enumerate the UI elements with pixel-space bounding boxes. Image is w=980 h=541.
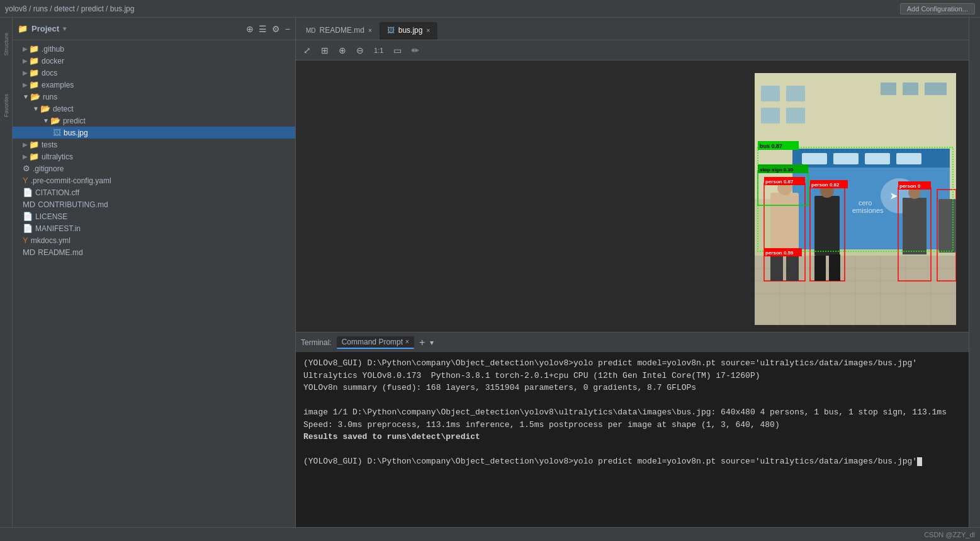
detection-image-container: ➤ cero emisiones [755,73,956,325]
svg-rect-44 [938,199,956,253]
zoom-out-button[interactable]: ⊖ [354,44,366,57]
add-configuration-button[interactable]: Add Configuration... [900,3,975,14]
arrow-icon: ▼ [33,105,39,112]
terminal-line-2: Ultralytics YOLOv8.0.173 Python-3.8.1 to… [303,370,961,382]
tree-item-precommit[interactable]: Y .pre-commit-config.yaml [13,174,295,186]
folder-icon: 📁 [29,140,39,149]
tree-item-docs[interactable]: ▶ 📁 docs [13,67,295,79]
tree-item-label: docker [42,57,64,65]
tree-item-manifest[interactable]: 📄 MANIFEST.in [13,222,295,234]
file-icon: 📄 [23,212,33,221]
terminal-body[interactable]: (YOLOv8_GUI) D:\Python\company\Object_de… [296,352,969,527]
file-tree-title: 📁 Project ▾ [18,24,66,33]
minimize-icon[interactable]: − [285,24,290,34]
tree-item-mkdocs[interactable]: Y mkdocs.yml [13,234,295,246]
tree-item-label: .github [42,45,64,54]
tree-item-bus-jpg[interactable]: 🖼 bus.jpg [13,127,295,139]
svg-rect-2 [761,86,780,101]
tab-readme[interactable]: MD README.md × [298,22,380,40]
tree-item-label: bus.jpg [64,128,88,137]
folder-icon: 📂 [30,92,40,101]
terminal-dropdown-button[interactable]: ▾ [430,338,434,347]
scope-icon[interactable]: ⊕ [246,24,254,34]
terminal-bold-text: Results saved to runs\detect\predict [303,432,480,441]
svg-rect-3 [786,86,805,101]
settings-icon[interactable]: ⚙ [272,24,280,34]
tree-item-gitignore[interactable]: ⚙ .gitignore [13,162,295,174]
svg-rect-38 [814,256,826,281]
file-icon: ⚙ [23,164,30,173]
close-bus-tab[interactable]: × [426,27,430,34]
tree-item-docker[interactable]: ▶ 📁 docker [13,55,295,67]
tree-item-runs[interactable]: ▼ 📂 runs [13,91,295,103]
tree-item-contributing[interactable]: MD CONTRIBUTING.md [13,198,295,210]
terminal-section: Terminal: Command Prompt × + ▾ (YOLOv8_G… [296,332,969,527]
tree-item-tests[interactable]: ▶ 📁 tests [13,139,295,151]
image-toolbar: ⤢ ⊞ ⊕ ⊖ 1:1 ▭ ✏ [296,40,969,60]
tree-item-predict[interactable]: ▼ 📂 predict [13,115,295,127]
close-readme-tab[interactable]: × [368,27,372,34]
svg-rect-13 [865,153,890,164]
tree-item-license[interactable]: 📄 LICENSE [13,210,295,222]
tree-item-detect[interactable]: ▼ 📂 detect [13,103,295,115]
tree-item-ultralytics[interactable]: ▶ 📁 ultralytics [13,151,295,162]
svg-rect-41 [903,198,926,254]
grid-button[interactable]: ⊞ [318,44,331,57]
svg-text:person 0.59: person 0.59 [765,250,794,256]
fit-all-button[interactable]: ⤢ [301,44,313,57]
file-tree-panel: 📁 Project ▾ ⊕ ☰ ⚙ − ▶ 📁 .github ▶ 📁 [13,18,296,527]
tree-item-label: runs [43,93,57,101]
tree-item-label: .pre-commit-config.yaml [31,176,111,185]
svg-rect-33 [770,256,783,281]
tree-item-label: CONTRIBUTING.md [38,200,108,209]
image-view: ➤ cero emisiones [296,60,969,332]
svg-text:emisiones: emisiones [852,207,884,214]
color-picker-button[interactable]: ✏ [409,44,422,57]
actual-size-button[interactable]: 1:1 [371,45,386,55]
add-terminal-button[interactable]: + [419,337,425,348]
yaml-icon: Y [23,236,28,245]
arrow-icon: ▶ [23,69,28,76]
folder-icon: 📂 [50,116,60,125]
folder-icon: 📁 [29,152,39,161]
tab-bus-jpg[interactable]: 🖼 bus.jpg × [380,22,438,40]
terminal-line-6: Speed: 3.0ms preprocess, 113.1ms inferen… [303,419,961,431]
arrow-icon: ▶ [23,81,28,88]
terminal-line-5: image 1/1 D:\Python\company\Object_detec… [303,406,961,419]
tree-item-label: tests [42,140,57,149]
tree-item-label: LICENSE [35,212,67,221]
terminal-tab-command-prompt[interactable]: Command Prompt × [337,336,414,349]
tree-item-github[interactable]: ▶ 📁 .github [13,43,295,55]
image-file-icon: 🖼 [53,128,61,137]
main-layout: Structure Favorites 📁 Project ▾ ⊕ ☰ ⚙ − … [0,18,980,527]
terminal-label: Terminal: [301,338,332,347]
close-terminal-tab-icon[interactable]: × [405,338,409,345]
tab-bar: MD README.md × 🖼 bus.jpg × [296,18,969,40]
frame-button[interactable]: ▭ [391,44,404,57]
tree-item-readme[interactable]: MD README.md [13,246,295,258]
zoom-in-button[interactable]: ⊕ [336,44,349,57]
tree-item-label: .gitignore [33,164,64,173]
dropdown-arrow: ▾ [63,25,66,32]
tree-item-label: CITATION.cff [35,188,79,197]
svg-rect-14 [896,153,921,164]
svg-rect-31 [770,193,799,256]
tree-item-label: examples [42,81,74,89]
svg-text:➤: ➤ [890,191,898,201]
svg-text:cero: cero [859,199,872,207]
folder-icon: 📁 [29,56,39,65]
tree-item-citation[interactable]: 📄 CITATION.cff [13,186,295,198]
favorites-label: Favorites [3,94,9,117]
left-side-strip: Structure Favorites [0,18,13,527]
terminal-line-text: YOLOv8n summary (fused): 168 layers, 315… [303,383,696,392]
arrow-icon: ▼ [23,93,29,100]
cursor [917,457,922,466]
collapse-icon[interactable]: ☰ [259,24,267,34]
svg-rect-6 [881,83,896,95]
terminal-line-text: Speed: 3.0ms preprocess, 113.1ms inferen… [303,420,780,430]
svg-rect-36 [814,196,840,256]
terminal-line-4 [303,394,961,407]
arrow-icon: ▶ [23,153,28,160]
tree-item-examples[interactable]: ▶ 📁 examples [13,79,295,91]
detection-scene: ➤ cero emisiones [755,73,956,325]
